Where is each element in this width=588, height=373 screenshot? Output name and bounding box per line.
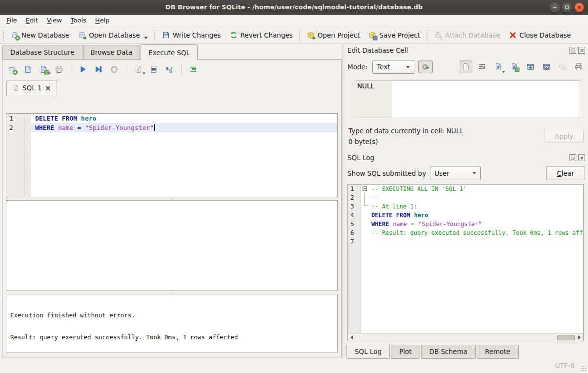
- menu-view[interactable]: View: [42, 16, 66, 25]
- find-replace-icon: [165, 65, 173, 73]
- close-database-button[interactable]: Close Database: [505, 29, 575, 41]
- open-sql-file-icon: [24, 65, 32, 73]
- print-sql-button[interactable]: [54, 65, 64, 74]
- format-sql-icon: [189, 65, 197, 73]
- print-cell-button[interactable]: [572, 61, 585, 73]
- cell-value-editor[interactable]: NULL: [355, 81, 579, 118]
- horizontal-scrollbar[interactable]: [348, 333, 583, 341]
- menu-tools[interactable]: Tools: [66, 16, 91, 25]
- toolbar-separator: [71, 64, 71, 74]
- scroll-left-icon[interactable]: [348, 334, 355, 341]
- log-line-6: -- Result: query executed successfully. …: [368, 228, 583, 237]
- toolbar-separator: [181, 64, 182, 74]
- execute-sql-page: SQL 1 1 2 DELETE FROMhero WHEREname="Spi…: [2, 59, 342, 357]
- menu-help[interactable]: Help: [91, 16, 114, 25]
- sql-file-tab[interactable]: SQL 1: [6, 81, 57, 95]
- new-database-button[interactable]: New Database: [6, 29, 74, 41]
- word-wrap-icon: [478, 63, 486, 71]
- open-database-button[interactable]: Open Database: [74, 29, 152, 41]
- link-icon: [543, 63, 550, 71]
- float-dock-icon[interactable]: [569, 47, 576, 54]
- format-sql-button[interactable]: [188, 65, 198, 74]
- save-sql-dropdown-icon[interactable]: [48, 73, 51, 75]
- toolbar-grip[interactable]: [154, 30, 156, 41]
- editor-code-area[interactable]: DELETE FROMhero WHEREname="Spider-Youngs…: [31, 114, 337, 132]
- log-line-3: -- At line 1:: [368, 202, 583, 211]
- close-icon[interactable]: [574, 2, 584, 12]
- set-null-button: [556, 61, 569, 73]
- tab-browse-data[interactable]: Browse Data: [83, 45, 141, 60]
- tab-remote[interactable]: Remote: [477, 345, 519, 359]
- fold-collapse-icon[interactable]: [363, 186, 367, 191]
- set-null-icon: [559, 63, 567, 71]
- chevron-down-icon: [406, 66, 410, 68]
- import-cell-data-button[interactable]: [492, 61, 505, 73]
- toolbar-grip[interactable]: [2, 30, 5, 41]
- open-database-icon: [78, 31, 86, 39]
- word-wrap-button[interactable]: [476, 61, 488, 73]
- submitter-select[interactable]: User: [430, 166, 481, 180]
- text-mode-toggle[interactable]: [460, 61, 472, 73]
- export-cell-data-button[interactable]: [508, 61, 521, 73]
- execute-all-button[interactable]: [78, 65, 88, 74]
- clear-log-button[interactable]: Clear: [546, 166, 585, 180]
- sql-editor[interactable]: 1 2 DELETE FROMhero WHEREname="Spider-Yo…: [6, 113, 338, 197]
- window-title: DB Browser for SQLite - /home/user/code/…: [165, 3, 423, 11]
- open-in-external-button[interactable]: [524, 61, 537, 73]
- save-results-dropdown-icon: [142, 73, 145, 75]
- sql-log-dock: SQL Log Show SQL submitted by User Clear…: [345, 152, 588, 359]
- find-button[interactable]: [149, 65, 159, 74]
- close-tab-icon[interactable]: [45, 85, 51, 91]
- float-dock-icon[interactable]: [569, 154, 576, 161]
- toolbar-grip[interactable]: [426, 30, 428, 41]
- tab-db-schema[interactable]: DB Schema: [421, 345, 476, 359]
- open-project-button[interactable]: Open Project: [303, 29, 365, 41]
- main-tabbar: Database Structure Browse Data Execute S…: [0, 44, 343, 60]
- new-tab-icon: [8, 65, 16, 73]
- sql-file-tabbar: SQL 1: [2, 79, 341, 95]
- mode-select[interactable]: Text: [372, 61, 414, 74]
- execution-messages[interactable]: Execution finished without errors. Resul…: [6, 294, 338, 353]
- open-database-dropdown-icon[interactable]: [144, 37, 148, 39]
- scrollbar-thumb[interactable]: [557, 335, 575, 340]
- tab-database-structure[interactable]: Database Structure: [2, 45, 82, 60]
- revert-changes-button[interactable]: Revert Changes: [225, 29, 297, 41]
- find-replace-button[interactable]: [164, 65, 174, 74]
- minimize-icon[interactable]: [550, 2, 560, 12]
- sql-log-view[interactable]: 1 2 3 4 5 6 7 -- EXECUTING ALL IN 'SQL 1…: [347, 184, 584, 341]
- execute-current-line-button[interactable]: [94, 65, 103, 74]
- pane-splitter[interactable]: [341, 44, 345, 359]
- maximize-icon[interactable]: [562, 2, 572, 12]
- text-document-icon: [462, 63, 470, 71]
- toolbar-grip[interactable]: [299, 30, 301, 41]
- tab-execute-sql[interactable]: Execute SQL: [141, 44, 198, 60]
- open-sql-file-button[interactable]: [23, 65, 33, 74]
- import-dropdown-icon[interactable]: [502, 71, 505, 73]
- menu-file[interactable]: File: [2, 16, 21, 25]
- save-sql-file-button[interactable]: [39, 65, 48, 74]
- save-project-button[interactable]: Save Project: [364, 29, 425, 41]
- write-changes-button[interactable]: Write Changes: [158, 29, 225, 41]
- attach-database-button: Attach Database: [430, 29, 505, 41]
- message-line: Execution finished without errors.: [10, 311, 333, 319]
- resize-grip[interactable]: [581, 366, 587, 372]
- line-number: 4: [348, 211, 360, 220]
- close-dock-icon[interactable]: [578, 154, 585, 161]
- sql-doc-icon: [13, 84, 19, 91]
- menu-edit[interactable]: Edit: [21, 16, 42, 25]
- results-pane[interactable]: [6, 200, 338, 291]
- close-database-icon: [509, 31, 517, 39]
- tab-plot[interactable]: Plot: [391, 345, 420, 359]
- new-sql-tab-button[interactable]: [7, 65, 17, 74]
- close-dock-icon[interactable]: [578, 47, 585, 54]
- log-line-2: --: [368, 193, 583, 202]
- submitter-value: User: [434, 169, 449, 177]
- tab-sql-log[interactable]: SQL Log: [346, 345, 390, 359]
- titlebar[interactable]: DB Browser for SQLite - /home/user/code/…: [0, 0, 588, 15]
- copy-link-button[interactable]: [540, 61, 553, 73]
- scroll-right-icon[interactable]: [576, 334, 583, 341]
- mode-value: Text: [377, 63, 390, 71]
- execute-line-icon: [95, 65, 102, 73]
- log-fold-margin[interactable]: [361, 185, 368, 333]
- auto-mode-button[interactable]: [418, 61, 433, 73]
